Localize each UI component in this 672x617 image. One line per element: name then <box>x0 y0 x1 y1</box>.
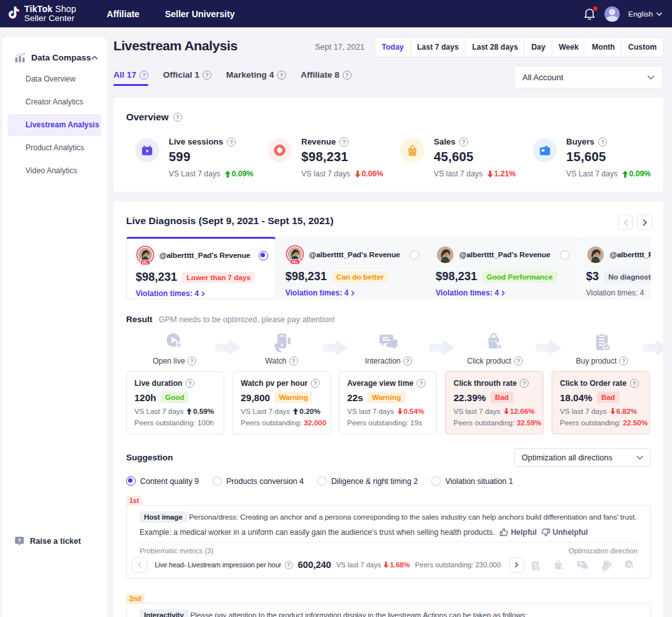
delta-down: 1.68% <box>383 561 410 569</box>
metric-value: 15,605 <box>566 150 660 164</box>
chevron-right-icon <box>515 562 518 568</box>
chevron-right-icon <box>501 290 505 296</box>
account-filter-dropdown[interactable]: All Account <box>514 66 663 89</box>
question-icon[interactable]: ? <box>285 561 293 569</box>
range-day-button[interactable]: Day <box>524 38 552 57</box>
question-icon[interactable]: ? <box>514 357 523 365</box>
buy-product-icon <box>590 331 613 354</box>
range-last-7-days-button[interactable]: Last 7 days <box>410 38 465 57</box>
anchor-card-2[interactable]: @albertttt_Pad's Revenue $98,231 Can do … <box>276 237 426 299</box>
nav-link-seller-university[interactable]: Seller University <box>165 9 235 19</box>
question-icon[interactable]: ? <box>139 71 148 80</box>
sidebar-item-product-analytics[interactable]: Product Analytics <box>8 137 101 159</box>
carousel-next-button[interactable] <box>637 215 652 230</box>
funnel-step-interaction: Interaction? <box>347 331 430 365</box>
user-avatar[interactable] <box>604 6 620 22</box>
tab-all[interactable]: All 17? <box>113 70 148 86</box>
anchor-cards-row: @albertttt_Pad's Revenue $98,231 Lower t… <box>126 237 651 299</box>
question-icon[interactable]: ? <box>187 357 196 365</box>
radio-violation-situation[interactable]: Violation situation 1 <box>431 476 513 486</box>
interactivity-chip: Interactivity <box>139 609 189 617</box>
tab-official[interactable]: Official 1? <box>163 70 211 86</box>
sidebar-item-video-analytics[interactable]: Video Analytics <box>8 160 101 182</box>
tiktok-shop-seller-center-logo[interactable]: TikTok Shop Seller Center <box>7 4 76 23</box>
sidebar-item-creator-analytics[interactable]: Creator Analytics <box>8 91 101 113</box>
range-month-button[interactable]: Month <box>585 38 621 57</box>
suggestion-text: Interactivity Please pay attention to th… <box>127 604 650 617</box>
nav-link-affiliate[interactable]: Affiliate <box>107 9 139 19</box>
radio-products-conversion[interactable]: Products conversion 4 <box>212 476 304 486</box>
problematic-metrics-row: Problematic metrics (3) Optimization dir… <box>139 542 638 555</box>
date-range-group: Today Last 7 days Last 28 days Day Week … <box>375 38 663 57</box>
metric-prev-button[interactable] <box>132 557 147 572</box>
tab-affiliate[interactable]: Affiliate 8? <box>301 70 352 86</box>
funnel-arrow-icon <box>536 339 561 357</box>
radio-diligence-timing[interactable]: Diligence & right timing 2 <box>317 476 418 486</box>
range-today-button[interactable]: Today <box>375 38 410 57</box>
sidebar-item-data-overview[interactable]: Data Overview <box>8 68 101 90</box>
anchor-avatar-live <box>136 246 155 265</box>
delta-down: 12.06% <box>504 408 535 415</box>
chevron-left-icon <box>624 219 628 226</box>
anchor-card-3[interactable]: @albertttt_Pad's Revenue $98,231 Good Pe… <box>427 237 576 299</box>
question-icon[interactable]: ? <box>417 379 425 388</box>
violation-times-link[interactable]: Violation times: 4 <box>136 289 268 298</box>
question-icon[interactable]: ? <box>598 138 607 146</box>
anchor-card-1[interactable]: @albertttt_Pad's Revenue $98,231 Lower t… <box>126 237 276 299</box>
problematic-metrics-label: Problematic metrics (3) <box>139 547 213 555</box>
question-icon[interactable]: ? <box>203 71 211 80</box>
carousel-prev-button[interactable] <box>618 215 633 230</box>
delta-value: 0.54% <box>404 408 425 415</box>
watch-icon <box>270 331 293 354</box>
raise-ticket-button[interactable]: ? Raise a ticket <box>15 536 81 546</box>
arrow-up-icon <box>225 171 231 178</box>
anchor-radio-selected[interactable] <box>259 251 268 260</box>
notifications-bell-icon[interactable] <box>583 7 596 21</box>
thumb-up-icon <box>499 528 508 537</box>
range-last-28-days-button[interactable]: Last 28 days <box>465 38 524 57</box>
result-label: Result <box>126 315 152 324</box>
rank-tag-2nd: 2nd <box>126 594 145 603</box>
question-icon[interactable]: ? <box>630 379 639 388</box>
range-custom-button[interactable]: Custom <box>621 38 663 57</box>
range-week-button[interactable]: Week <box>552 38 585 57</box>
metric-label: Revenue <box>301 137 336 146</box>
question-icon[interactable]: ? <box>227 138 236 146</box>
violation-times-link[interactable]: Violation times: 4 <box>285 288 419 297</box>
arrow-up-icon <box>293 408 298 415</box>
question-icon[interactable]: ? <box>520 379 529 388</box>
question-icon[interactable]: ? <box>619 357 628 365</box>
svg-text:?: ? <box>18 537 21 544</box>
helpful-button[interactable]: Helpful <box>499 528 537 537</box>
question-icon[interactable]: ? <box>403 357 412 365</box>
anchor-name: @albertttt_Pad's Revenue <box>159 251 256 260</box>
question-icon[interactable]: ? <box>277 71 286 80</box>
tab-marketing[interactable]: Marketing 4? <box>226 70 286 86</box>
question-icon[interactable]: ? <box>459 138 468 146</box>
sidebar-section-data-compass[interactable]: Data Compass <box>2 37 107 63</box>
question-icon[interactable]: ? <box>173 113 182 122</box>
status-badge: Bad <box>597 392 620 403</box>
status-badge: Bad <box>490 392 513 403</box>
optimization-filter-dropdown[interactable]: Optimization all directions <box>514 448 651 467</box>
metric-next-button[interactable] <box>509 557 524 572</box>
unhelpful-button[interactable]: Unhelpful <box>541 528 588 537</box>
question-icon[interactable]: ? <box>340 138 348 146</box>
anchor-radio[interactable] <box>410 250 419 260</box>
question-icon[interactable]: ? <box>289 357 298 365</box>
anchor-radio[interactable] <box>560 250 569 260</box>
sidebar-item-livestream-analysis[interactable]: Livestream Analysis <box>8 114 101 136</box>
question-icon[interactable]: ? <box>311 379 320 388</box>
anchor-card-4[interactable]: @albertttt_Pad's Revenue $3 No diagnosti… <box>577 237 651 299</box>
metric-value: 45,605 <box>434 150 527 164</box>
question-icon[interactable]: ? <box>343 71 352 80</box>
violation-times-link[interactable]: Violation times: 4 <box>436 288 569 297</box>
problematic-metric-peers: Peers outstanding: 230,000 <box>415 561 501 569</box>
language-selector[interactable]: English <box>628 10 662 18</box>
metric-card-click-to-order-rate: Click to Order rate? 18.04%Bad VS last 7… <box>552 371 650 434</box>
radio-content-quality[interactable]: Content quality 9 <box>126 476 199 486</box>
problematic-metric-name: Live head- Livestream impression per hou… <box>155 561 282 569</box>
click-product-icon <box>552 559 566 572</box>
question-icon[interactable]: ? <box>185 379 194 388</box>
account-filter-value: All Account <box>522 73 647 82</box>
